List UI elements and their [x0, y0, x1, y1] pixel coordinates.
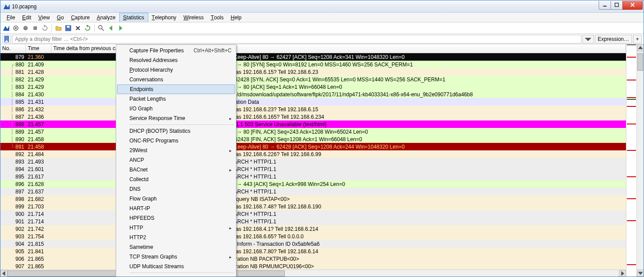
- packet-minimap[interactable]: [626, 44, 637, 277]
- packet-row[interactable]: 90521.841astARP60Who has 192.168.7.80? T…: [0, 248, 626, 255]
- menu-item-service-response-time[interactable]: Service Response Time: [117, 113, 235, 123]
- menu-item-dns[interactable]: DNS: [117, 184, 235, 194]
- menubar-item-tools[interactable]: Tools: [207, 13, 227, 22]
- menu-item-conversations[interactable]: Conversations: [117, 75, 235, 84]
- column-header-info[interactable]: Info: [219, 44, 626, 53]
- packet-row[interactable]: │88521.4318.6.76TLSv1.21051Application D…: [0, 98, 626, 106]
- menubar-item-file[interactable]: File: [3, 13, 18, 22]
- packet-row[interactable]: 90021.7145.255.250SSDP216M-SEARCH * HTTP…: [0, 210, 626, 218]
- menubar-item-view[interactable]: View: [35, 13, 53, 22]
- packet-row[interactable]: │88121.428astARP60Who has 192.168.6.15? …: [0, 68, 626, 76]
- menu-item-dhcp-bootp-statistics[interactable]: DHCP (BOOTP) Statistics: [117, 126, 235, 136]
- menubar-item-wireless[interactable]: Wireless: [180, 13, 207, 22]
- menubar-item-edit[interactable]: Edit: [18, 13, 35, 22]
- start-capture-icon[interactable]: [22, 24, 29, 32]
- column-header-no[interactable]: No.: [0, 44, 26, 53]
- menu-item-label: TCP Stream Graphs: [129, 254, 177, 260]
- display-filter-input[interactable]: [12, 35, 581, 44]
- packet-row[interactable]: 89221.484astARP60Who has 192.168.6.226? …: [0, 150, 626, 158]
- packet-row[interactable]: 89421.6015.255.250SSDP216M-SEARCH * HTTP…: [0, 165, 626, 173]
- menubar-item-analyze[interactable]: Analyze: [93, 13, 119, 22]
- reload-file-icon[interactable]: [84, 24, 92, 32]
- column-header-time[interactable]: Time: [26, 44, 52, 53]
- packet-row[interactable]: 89521.6175.255.250SSDP216M-SEARCH * HTTP…: [0, 173, 626, 180]
- close-button[interactable]: [622, 1, 643, 10]
- menu-item-29west[interactable]: 29West: [117, 146, 235, 155]
- packet-row[interactable]: │88221.4298.6.76TCP6680 → 62428 [SYN, AC…: [0, 76, 626, 83]
- menubar-item-statistics[interactable]: Statistics: [119, 13, 148, 22]
- find-icon[interactable]: [97, 24, 105, 32]
- menu-item-onc-rpc-programs[interactable]: ONC-RPC Programs: [117, 136, 235, 146]
- menu-item-resolved-addresses[interactable]: Resolved Addresses: [117, 55, 235, 65]
- minimize-button[interactable]: [599, 1, 611, 10]
- packet-list-body[interactable]: 87921.3608.6.76TCP60[TCP Keep-Alive] 80 …: [0, 53, 626, 270]
- packet-row[interactable]: 90721.8658.7.255NBNS110Registration NB R…: [0, 262, 626, 270]
- packet-row[interactable]: │88621.432astARP60Who has 192.168.6.23? …: [0, 106, 626, 113]
- menu-item-http[interactable]: HTTP: [117, 223, 235, 233]
- capture-options-icon[interactable]: [12, 24, 20, 32]
- menubar-item-telephony[interactable]: Telephony: [148, 13, 180, 22]
- packet-row[interactable]: 89721.6375.255.250SSDP216M-SEARCH * HTTP…: [0, 188, 626, 195]
- menubar-item-capture[interactable]: Capture: [67, 13, 93, 22]
- horizontal-scrollbar[interactable]: [0, 270, 626, 277]
- go-back-icon[interactable]: [107, 24, 115, 32]
- titlebar[interactable]: 10.pcapng: [0, 0, 644, 13]
- packet-row[interactable]: ┌88021.409.4.50TCP6662428 → 80 [SYN] Seq…: [0, 61, 626, 68]
- menu-item-hpfeeds[interactable]: HPFEEDS: [117, 213, 235, 223]
- menu-item-endpoints[interactable]: Endpoints: [117, 84, 235, 94]
- packet-row[interactable]: 89321.4935.255.250SSDP216M-SEARCH * HTTP…: [0, 158, 626, 165]
- svg-point-12: [99, 26, 102, 29]
- column-header-delta[interactable]: Time delta from previous capt: [52, 44, 122, 53]
- packet-row[interactable]: └89121.4588.6.76TCP60[TCP Keep-Alive] 80…: [0, 143, 626, 150]
- packet-row[interactable]: 90621.8658.7.255NBNS110Registration NB P…: [0, 255, 626, 262]
- packet-row[interactable]: │88721.436astARP60Who has 192.168.6.165?…: [0, 113, 626, 120]
- menu-item-http2[interactable]: HTTP2: [117, 233, 235, 242]
- menu-item-i-o-graph[interactable]: I/O Graph: [117, 104, 235, 113]
- open-file-icon[interactable]: [55, 24, 63, 32]
- bookmark-filter-icon[interactable]: [2, 35, 11, 44]
- go-forward-icon[interactable]: [117, 24, 125, 32]
- packet-row[interactable]: │88421.430.4.50HTTP296HEAD /d/msdownload…: [0, 91, 626, 98]
- packet-row[interactable]: │88321.429.4.50TCP5462428 → 80 [ACK] Seq…: [0, 83, 626, 91]
- menubar-item-go[interactable]: Go: [53, 13, 67, 22]
- packet-row[interactable]: 90421.8155.255.255DHCP342DHCP Inform - T…: [0, 240, 626, 248]
- menu-item-capture-file-properties[interactable]: Capture File PropertiesCtrl+Alt+Shift+C: [117, 46, 235, 55]
- scroll-down-button[interactable]: [637, 270, 644, 277]
- menu-item-ipv4-statistics[interactable]: IPv4 Statistics: [117, 274, 235, 277]
- menu-item-tcp-stream-graphs[interactable]: TCP Stream Graphs: [117, 252, 235, 262]
- scroll-thumb[interactable]: [637, 53, 643, 71]
- scroll-track[interactable]: [7, 270, 619, 277]
- stop-capture-icon[interactable]: [31, 24, 39, 32]
- packet-row[interactable]: 90221.742astARP60Who has 192.168.4.1? Te…: [0, 225, 626, 233]
- save-file-icon[interactable]: [64, 24, 72, 32]
- filter-dropdown-button[interactable]: [582, 35, 594, 44]
- close-file-icon[interactable]: [74, 24, 82, 32]
- maximize-button[interactable]: [611, 1, 623, 10]
- menu-item-flow-graph[interactable]: Flow Graph: [117, 194, 235, 204]
- packet-row[interactable]: 89921.703astARP60Who has 192.168.7.48? T…: [0, 203, 626, 210]
- menu-item-ancp[interactable]: ANCP: [117, 155, 235, 165]
- packet-row[interactable]: │88821.4578.6.76HTTP1261HTTP/1.1 503 Ser…: [0, 120, 626, 128]
- scroll-left-button[interactable]: [0, 270, 7, 277]
- menu-item-bacnet[interactable]: BACnet: [117, 165, 235, 175]
- scroll-up-button[interactable]: [637, 44, 644, 51]
- menu-item-protocol-hierarchy[interactable]: Protocol Hierarchy: [117, 65, 235, 75]
- filter-expression-button[interactable]: Expression…: [595, 35, 632, 44]
- menu-item-sametime[interactable]: Sametime: [117, 242, 235, 252]
- menubar-item-help[interactable]: Help: [227, 13, 245, 22]
- menu-item-packet-lengths[interactable]: Packet Lengths: [117, 94, 235, 104]
- restart-capture-icon[interactable]: [41, 24, 49, 32]
- menu-item-udp-multicast-streams[interactable]: UDP Multicast Streams: [117, 262, 235, 271]
- scroll-right-button[interactable]: [619, 270, 626, 277]
- packet-row[interactable]: │89021.4588.6.76TCP6080 → 62428 [FIN, AC…: [0, 135, 626, 143]
- packet-row[interactable]: 89621.628.174.94TCP5460775 → 443 [ACK] S…: [0, 180, 626, 188]
- add-filter-button[interactable]: +: [633, 35, 642, 44]
- menu-item-collectd[interactable]: Collectd: [117, 175, 235, 184]
- packet-row[interactable]: 89821.6828.7.255NBNS92Name query NB ISAT…: [0, 195, 626, 203]
- packet-row[interactable]: 90121.7145.255.250SSDP216M-SEARCH * HTTP…: [0, 218, 626, 225]
- packet-row[interactable]: 87921.3608.6.76TCP60[TCP Keep-Alive] 80 …: [0, 53, 626, 61]
- packet-row[interactable]: │88921.457.4.50TCP5462428 → 80 [FIN, ACK…: [0, 128, 626, 135]
- vertical-scrollbar[interactable]: [637, 44, 644, 277]
- menu-item-hart-ip[interactable]: HART-IP: [117, 204, 235, 213]
- packet-row[interactable]: 90321.754astARP60Who has 192.168.6.65? T…: [0, 233, 626, 240]
